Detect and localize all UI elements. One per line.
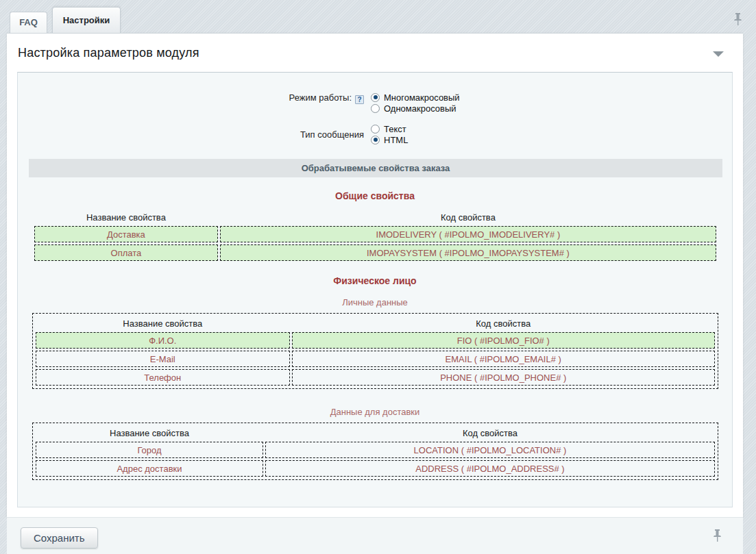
property-row-delivery[interactable]: Доставка IMODELIVERY ( #IPOLMO_IMODELIVE… — [34, 226, 716, 242]
radio-icon[interactable] — [371, 104, 380, 113]
property-code-cell[interactable]: LOCATION ( #IPOLMO_LOCATION# ) — [265, 442, 715, 458]
mode-setting-row: Режим работы:? Многомакросовый Одномакро… — [18, 92, 732, 114]
radio-option-html[interactable]: HTML — [371, 134, 408, 145]
page: FAQ Настройки Настройка параметров модул… — [0, 0, 756, 554]
pin-icon[interactable] — [713, 529, 722, 545]
section-header-order-properties: Обрабатывемые свойства заказа — [29, 159, 722, 177]
property-name-cell[interactable]: Оплата — [34, 244, 218, 261]
property-row-address[interactable]: Адрес доставки ADDRESS ( #IPOLMO_ADDRESS… — [36, 460, 715, 477]
settings-form: Режим работы:? Многомакросовый Одномакро… — [17, 72, 733, 507]
question-icon[interactable]: ? — [355, 95, 364, 104]
settings-panel: Настройка параметров модуля Режим работы… — [7, 33, 743, 517]
property-code-cell[interactable]: FIO ( #IPOLMO_FIO# ) — [292, 332, 716, 349]
property-row-phone[interactable]: Телефон PHONE ( #IPOLMO_PHONE# ) — [36, 369, 715, 386]
chevron-down-icon[interactable] — [713, 51, 724, 57]
property-name-cell[interactable]: E-Mail — [36, 351, 290, 367]
message-type-options: Текст HTML — [371, 123, 408, 145]
group-title-person: Физическое лицо — [18, 275, 732, 286]
property-code-cell[interactable]: PHONE ( #IPOLMO_PHONE# ) — [292, 369, 716, 386]
property-name-cell[interactable]: Доставка — [34, 226, 218, 242]
property-name-cell[interactable]: Телефон — [36, 369, 290, 386]
property-row-payment[interactable]: Оплата IMOPAYSYSTEM ( #IPOLMO_IMOPAYSYST… — [34, 244, 716, 261]
column-header-name: Название свойства — [34, 210, 218, 224]
property-name-cell[interactable]: Ф.И.О. — [36, 332, 290, 349]
property-row-city[interactable]: Город LOCATION ( #IPOLMO_LOCATION# ) — [36, 442, 715, 458]
radio-icon[interactable] — [371, 136, 380, 144]
radio-label: Текст — [384, 124, 406, 134]
mode-label: Режим работы:? — [18, 92, 364, 114]
message-type-label: Тип сообщения — [18, 129, 364, 140]
radio-label: Одномакросовый — [384, 103, 456, 114]
message-type-setting-row: Тип сообщения Текст HTML — [18, 123, 732, 145]
tab-settings[interactable]: Настройки — [52, 7, 121, 33]
column-header-name: Название свойства — [36, 316, 290, 330]
property-name-cell[interactable]: Адрес доставки — [36, 460, 263, 477]
general-properties-table: Название свойства Код свойства Доставка … — [32, 208, 718, 263]
group-title-general: Общие свойства — [18, 190, 732, 201]
radio-option-multimacros[interactable]: Многомакросовый — [371, 92, 460, 103]
property-row-email[interactable]: E-Mail EMAIL ( #IPOLMO_EMAIL# ) — [36, 351, 715, 367]
column-header-name: Название свойства — [36, 426, 263, 440]
pin-icon[interactable] — [733, 13, 742, 29]
mode-options: Многомакросовый Одномакросовый — [371, 92, 460, 114]
radio-label: Многомакросовый — [384, 92, 460, 103]
table-header-row: Название свойства Код свойства — [36, 316, 715, 330]
column-header-code: Код свойства — [265, 426, 715, 440]
table-header-row: Название свойства Код свойства — [34, 210, 716, 224]
column-header-code: Код свойства — [220, 210, 716, 224]
page-title: Настройка параметров модуля — [18, 46, 743, 60]
delivery-data-table: Название свойства Код свойства Город LOC… — [32, 423, 718, 480]
property-code-cell[interactable]: ADDRESS ( #IPOLMO_ADDRESS# ) — [265, 460, 715, 477]
radio-icon[interactable] — [371, 125, 380, 134]
tab-faq[interactable]: FAQ — [10, 12, 47, 33]
radio-icon[interactable] — [371, 93, 380, 102]
column-header-code: Код свойства — [292, 316, 716, 330]
subgroup-title-delivery: Данные для доставки — [18, 407, 732, 417]
radio-option-singlemacros[interactable]: Одномакросовый — [371, 103, 460, 114]
property-row-fio[interactable]: Ф.И.О. FIO ( #IPOLMO_FIO# ) — [36, 332, 715, 349]
radio-option-text[interactable]: Текст — [371, 123, 408, 134]
save-button[interactable]: Сохранить — [21, 527, 98, 549]
property-code-cell[interactable]: EMAIL ( #IPOLMO_EMAIL# ) — [292, 351, 716, 367]
property-code-cell[interactable]: IMOPAYSYSTEM ( #IPOLMO_IMOPAYSYSTEM# ) — [220, 244, 716, 261]
radio-label: HTML — [384, 135, 408, 145]
property-name-cell[interactable]: Город — [36, 442, 263, 458]
subgroup-title-personal: Личные данные — [18, 297, 732, 307]
table-header-row: Название свойства Код свойства — [36, 426, 715, 440]
property-code-cell[interactable]: IMODELIVERY ( #IPOLMO_IMODELIVERY# ) — [220, 226, 716, 242]
button-bar: Сохранить — [7, 517, 743, 554]
personal-data-table: Название свойства Код свойства Ф.И.О. FI… — [32, 313, 718, 389]
